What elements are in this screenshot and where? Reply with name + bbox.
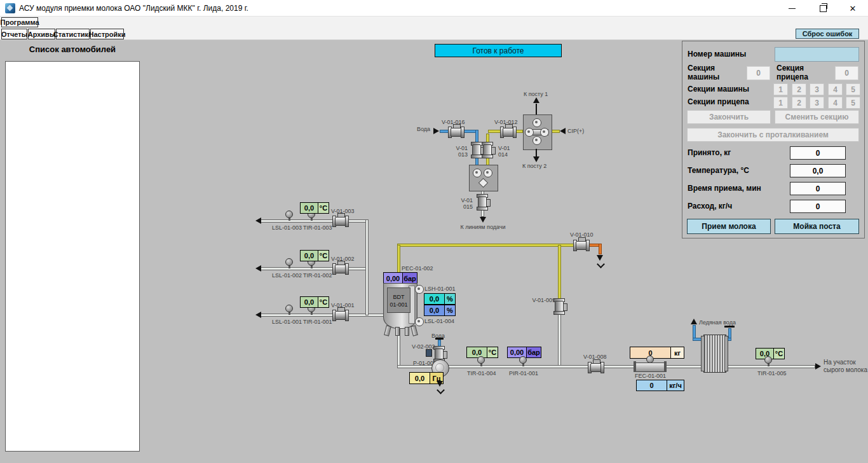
branch3-inlet-arrow-icon <box>255 312 261 318</box>
accepted-label: Принято, кг <box>688 148 731 157</box>
tab-settings[interactable]: Настройки <box>90 29 124 39</box>
car-section-button-5[interactable]: 5 <box>846 83 860 95</box>
display-level-low: 0,0% <box>424 305 456 316</box>
valve-flange <box>345 310 349 321</box>
car-section-label: Секция машины <box>688 64 729 81</box>
restore-button[interactable] <box>808 0 838 17</box>
change-section-button[interactable]: Сменить секцию <box>775 110 859 124</box>
tab-bar <box>0 28 868 40</box>
trailer-section-button-1[interactable]: 1 <box>773 97 788 109</box>
cip-arrow-icon <box>560 128 566 134</box>
tab-archives[interactable]: Архивы <box>28 29 55 39</box>
valve-v01-016[interactable] <box>448 124 465 139</box>
trailer-section-button-4[interactable]: 4 <box>828 97 843 109</box>
valve-v01-015[interactable] <box>475 194 491 211</box>
valve-v01-008[interactable] <box>588 359 604 375</box>
display-unit: % <box>444 305 455 315</box>
valve-v014-label-l1: V-01 <box>498 145 512 151</box>
valve-v01-003[interactable] <box>332 213 349 228</box>
valve-v01-001[interactable] <box>332 307 349 322</box>
outlet-label-l2: сырого молока <box>824 366 867 374</box>
sensor-tir-01-004 <box>475 356 487 366</box>
finish-with-push-button[interactable]: Закончить с проталкиванием <box>687 128 859 142</box>
valve-v01-014[interactable] <box>480 142 496 158</box>
sensor-lsl-01-003 <box>283 211 295 221</box>
display-temp-branch1: 0,0°C <box>300 202 329 214</box>
post1-arrow-icon <box>533 97 539 103</box>
trailer-section-button-3[interactable]: 3 <box>810 97 824 109</box>
display-temp-branch2: 0,0°C <box>300 250 329 261</box>
receive-time-label: Время приема, мин <box>688 184 761 193</box>
valve-flange <box>586 240 590 251</box>
close-icon: ✕ <box>850 4 857 13</box>
feed-manifold-port-right <box>484 169 492 177</box>
flowmeter-body <box>635 363 666 372</box>
outlet-arrow-icon <box>815 363 821 370</box>
car-number-input[interactable] <box>775 47 859 62</box>
valve-actuator <box>563 303 567 311</box>
ice-water-tee-icon <box>724 326 735 328</box>
fec-01-001-label: FEC-01-001 <box>635 373 666 379</box>
valve-v013-label: V-01013 <box>454 145 468 158</box>
display-value: 0,0 <box>424 305 444 315</box>
tank-tag: BDT01-001 <box>387 287 410 313</box>
cooler-end-plate <box>724 336 728 371</box>
manifold-tube-port-left <box>525 128 534 137</box>
tir-01-003-label: TIR-01-003 <box>303 225 332 231</box>
valve-actuator <box>578 237 586 242</box>
valve-v01-012[interactable] <box>500 124 517 139</box>
valve-actuator <box>337 261 345 265</box>
display-unit: бар <box>402 273 417 284</box>
reset-errors-button[interactable]: Сброс ошибок <box>796 29 859 39</box>
post2-label: К посту 2 <box>522 163 546 169</box>
valve-actuator <box>337 213 345 218</box>
tab-reports[interactable]: Отчеты <box>1 29 27 39</box>
close-button[interactable]: ✕ <box>837 0 868 17</box>
display-unit: °C <box>487 347 498 357</box>
display-unit: % <box>444 294 455 304</box>
window-title: АСУ модуля приемки молока ОАО "Лидский М… <box>19 4 248 13</box>
display-value: 0 <box>637 380 667 390</box>
temperature-label: Температура, °С <box>688 166 749 175</box>
valve-actuator <box>505 124 513 128</box>
outlet-label: На участоксырого молока <box>824 359 867 374</box>
valve-actuator <box>491 147 496 155</box>
menu-program[interactable]: Программа <box>1 17 38 27</box>
car-section-button-3[interactable]: 3 <box>810 83 824 95</box>
valve-v015-label-l2: 015 <box>459 204 473 210</box>
sensor-lsl-01-002 <box>283 258 295 268</box>
lsl-01-002-label: LSL-01-002 <box>272 272 302 279</box>
valve-flange <box>345 216 349 227</box>
finish-button[interactable]: Закончить <box>687 110 771 124</box>
pir-01-001-label: PIR-01-001 <box>509 370 538 377</box>
display-value: 0,0 <box>424 294 444 304</box>
valve-v01-002[interactable] <box>332 261 349 276</box>
plate-cooler <box>703 335 726 373</box>
water-inlet-label: Вода <box>417 126 430 132</box>
valve-v01-009[interactable] <box>552 298 567 315</box>
valve-actuator <box>593 359 600 364</box>
trailer-section-button-2[interactable]: 2 <box>792 97 806 109</box>
pipe-feed-stem <box>481 210 484 217</box>
restore-icon <box>820 5 827 12</box>
valve-v01-010[interactable] <box>573 237 590 252</box>
valve-actuator <box>443 351 447 359</box>
car-section-button-1[interactable]: 1 <box>773 83 788 95</box>
pipe-v009-down <box>558 313 561 368</box>
cooler-end-plate <box>701 336 705 371</box>
car-section-button-2[interactable]: 2 <box>792 83 806 95</box>
valve-flange <box>345 263 349 275</box>
tab-statistics[interactable]: Статистика <box>56 29 90 39</box>
vehicle-listbox[interactable] <box>5 61 140 452</box>
minimize-button[interactable] <box>776 0 807 17</box>
car-section-button-4[interactable]: 4 <box>828 83 843 95</box>
receive-milk-button[interactable]: Прием молока <box>687 219 771 234</box>
minimize-icon <box>789 8 796 9</box>
tank-leg <box>410 325 418 336</box>
receive-time-value: 0 <box>790 182 846 195</box>
temperature-value: 0,0 <box>790 164 846 177</box>
car-section-value: 0 <box>747 66 770 80</box>
wash-post-button[interactable]: Мойка поста <box>775 219 859 234</box>
manifold-port-bottom <box>532 136 541 145</box>
trailer-section-button-5[interactable]: 5 <box>846 97 860 109</box>
